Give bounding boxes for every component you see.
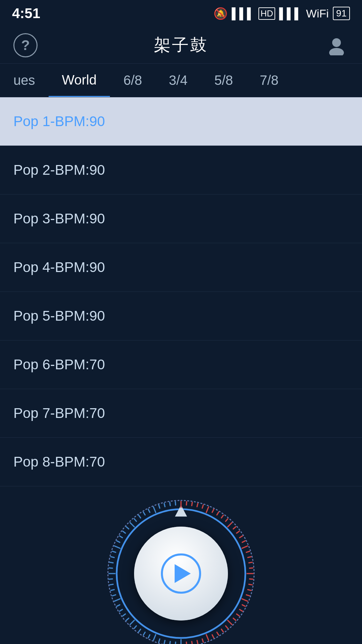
svg-line-77 [130,523,134,527]
svg-line-61 [117,605,120,606]
track-name-8: Pop 8-BPM:70 [13,454,105,470]
hd-icon: HD [258,7,275,20]
track-item-7[interactable]: Pop 7-BPM:70 [0,389,362,438]
svg-line-80 [143,512,145,515]
tab-7-8[interactable]: 7/8 [246,64,292,97]
tab-3-4[interactable]: 3/4 [156,64,201,97]
track-list: Pop 1-BPM:90Pop 2-BPM:90Pop 3-BPM:90Pop … [0,97,362,486]
svg-line-34 [240,609,243,611]
help-button[interactable]: ? [13,33,38,57]
svg-line-60 [120,609,123,611]
svg-line-15 [221,515,223,518]
svg-line-72 [114,546,120,548]
svg-line-74 [120,536,123,538]
tab-ues[interactable]: ues [0,64,49,97]
svg-line-16 [226,519,228,522]
track-name-4: Pop 4-BPM:90 [13,259,105,275]
svg-line-8 [186,502,187,505]
svg-point-1 [329,48,344,55]
svg-line-49 [170,641,170,644]
battery-icon: 91 [333,7,350,20]
svg-line-84 [164,503,165,507]
tab-6-8[interactable]: 6/8 [110,64,156,97]
track-name-6: Pop 6-BPM:70 [13,357,105,373]
svg-line-36 [233,618,236,620]
svg-line-17 [228,523,232,527]
svg-line-25 [249,562,252,563]
bpm-dial[interactable] [101,493,261,644]
svg-line-86 [175,502,176,505]
svg-line-38 [226,626,228,629]
svg-line-29 [249,584,252,585]
svg-point-0 [332,38,341,47]
svg-line-70 [111,557,114,557]
svg-line-9 [192,502,192,506]
svg-line-83 [159,505,160,508]
svg-line-21 [242,541,245,542]
svg-line-40 [217,632,219,635]
signal-icon: ▌▌▌ [232,7,254,20]
svg-line-23 [246,551,250,552]
svg-line-76 [126,527,129,529]
svg-line-56 [134,626,136,629]
track-item-2[interactable]: Pop 2-BPM:90 [0,146,362,195]
dial-center [134,527,228,621]
track-item-3[interactable]: Pop 3-BPM:90 [0,195,362,243]
svg-line-46 [186,642,187,644]
track-name-5: Pop 5-BPM:90 [13,308,105,324]
svg-line-37 [228,620,232,625]
svg-line-73 [117,541,120,542]
play-icon [175,564,191,583]
track-item-5[interactable]: Pop 5-BPM:90 [0,292,362,340]
app-title: 架子鼓 [154,34,208,56]
svg-line-33 [242,605,245,606]
user-icon [326,35,347,55]
svg-line-50 [164,640,165,644]
svg-line-18 [233,527,236,529]
svg-line-19 [237,531,239,533]
svg-line-68 [109,568,113,568]
track-item-4[interactable]: Pop 4-BPM:90 [0,243,362,292]
svg-line-79 [139,515,141,518]
app-header: ? 架子鼓 [0,27,362,64]
tab-world[interactable]: World [49,64,110,97]
svg-line-54 [143,632,145,635]
mute-icon: 🔕 [214,7,228,20]
svg-line-11 [202,505,203,508]
track-item-6[interactable]: Pop 6-BPM:70 [0,340,362,389]
svg-line-24 [248,557,251,557]
track-name-3: Pop 3-BPM:90 [13,211,105,227]
svg-line-58 [126,618,129,620]
svg-line-43 [202,639,203,642]
svg-line-28 [249,579,253,579]
play-button[interactable] [161,553,201,594]
tab-5-8[interactable]: 5/8 [201,64,246,97]
svg-line-66 [109,579,113,579]
status-time: 4:51 [12,5,40,21]
tab-bar: ues World 6/8 3/4 5/8 7/8 [0,64,362,97]
svg-line-41 [212,635,214,638]
svg-line-13 [212,509,214,512]
svg-line-57 [130,620,134,625]
svg-line-69 [110,562,113,563]
track-item-1[interactable]: Pop 1-BPM:90 [0,97,362,146]
svg-line-81 [148,509,150,512]
svg-line-39 [221,629,223,632]
status-icons: 🔕 ▌▌▌ HD ▌▌▌ WiFi 91 [214,7,350,20]
svg-line-62 [114,599,120,601]
svg-line-30 [248,590,251,590]
user-profile-button[interactable] [324,33,349,57]
svg-line-35 [237,614,239,616]
svg-line-64 [111,590,114,590]
svg-line-63 [113,595,116,596]
svg-line-85 [170,502,170,506]
wifi-icon: WiFi [306,7,329,20]
signal2-icon: ▌▌▌ [279,7,302,20]
track-item-8[interactable]: Pop 8-BPM:70 [0,438,362,486]
svg-line-53 [148,635,150,638]
track-name-1: Pop 1-BPM:90 [13,113,105,129]
svg-line-59 [123,614,125,616]
svg-line-42 [206,635,208,640]
svg-line-14 [217,512,219,515]
svg-line-20 [240,536,243,538]
